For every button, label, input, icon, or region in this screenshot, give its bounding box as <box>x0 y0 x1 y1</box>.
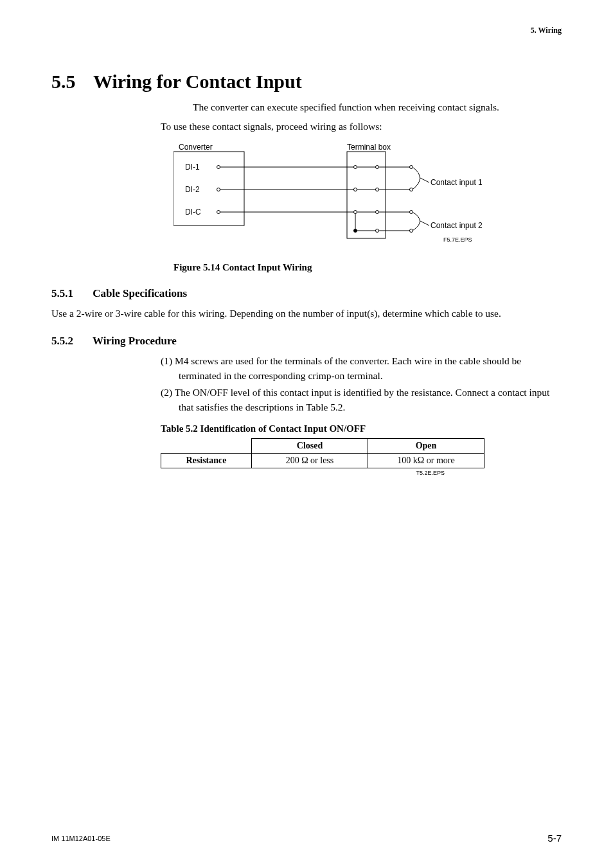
subsection-title-1: Cable Specifications <box>93 287 187 299</box>
subsection-number-1: 5.5.1 <box>51 287 90 300</box>
tbox-l1 <box>354 166 357 169</box>
tbox-r3 <box>376 211 379 214</box>
c2-bot <box>410 229 413 233</box>
terminal-di1 <box>217 166 220 169</box>
di1-label: DI-1 <box>185 163 200 172</box>
terminal-box <box>347 152 386 238</box>
contact-input-wiring-diagram: Converter DI-1 DI-2 DI-C Terminal box <box>173 144 495 253</box>
subsection-cable-spec: 5.5.1 Cable Specifications <box>51 287 562 300</box>
footer-doc-id: IM 11M12A01-05E <box>51 835 111 842</box>
intro-paragraph-indented: The converter can execute specified func… <box>193 102 562 113</box>
page-header-chapter: 5. Wiring <box>531 26 562 35</box>
terminal-dic <box>217 211 220 214</box>
contact-2-leader <box>420 221 429 226</box>
figure-caption: Figure 5.14 Contact Input Wiring <box>173 262 562 273</box>
col-closed: Closed <box>252 439 368 454</box>
cable-spec-paragraph: Use a 2-wire or 3-wire cable for this wi… <box>51 306 562 321</box>
table-header-row: Closed Open <box>161 439 484 454</box>
page: 5. Wiring 5.5 Wiring for Contact Input T… <box>0 0 613 868</box>
contact-2-label: Contact input 2 <box>431 221 483 230</box>
converter-label: Converter <box>179 144 213 152</box>
subsection-number-2: 5.5.2 <box>51 335 90 348</box>
figure-diagram: Converter DI-1 DI-2 DI-C Terminal box <box>173 144 562 256</box>
converter-box <box>173 152 244 226</box>
tbox-l4-junction <box>354 229 357 233</box>
dic-label: DI-C <box>185 208 201 217</box>
c1-top <box>410 166 413 169</box>
c2-top <box>410 211 413 214</box>
tbox-l2 <box>354 188 357 191</box>
terminal-di2 <box>217 188 220 191</box>
contact-1-leader <box>420 178 429 182</box>
contact-2-arc <box>413 212 420 231</box>
procedure-item-1: (1) M4 screws are used for the terminals… <box>161 354 562 383</box>
identification-table: Closed Open Resistance 200 Ω or less 100… <box>161 438 484 468</box>
figure-eps-note: F5.7E.EPS <box>443 236 472 243</box>
table-row: Resistance 200 Ω or less 100 kΩ or more <box>161 454 484 468</box>
procedure-item-2: (2) The ON/OFF level of this contact inp… <box>161 385 562 414</box>
row-label-resistance: Resistance <box>161 454 252 468</box>
terminal-box-label: Terminal box <box>347 144 391 152</box>
procedure-item-2-text: (2) The ON/OFF level of this contact inp… <box>161 385 562 414</box>
di2-label: DI-2 <box>185 185 200 194</box>
section-title: 5.5 Wiring for Contact Input <box>51 71 562 93</box>
intro-paragraph: To use these contact signals, proceed wi… <box>161 121 562 132</box>
section-number: 5.5 <box>51 71 89 93</box>
table-eps-note: T5.2E.EPS <box>161 470 445 476</box>
tbox-r1 <box>376 166 379 169</box>
cell-closed-value: 200 Ω or less <box>252 454 368 468</box>
table-caption: Table 5.2 Identification of Contact Inpu… <box>161 423 562 434</box>
tbox-r4 <box>376 229 379 233</box>
tbox-l3 <box>354 211 357 214</box>
footer-page-number: 5-7 <box>547 833 562 844</box>
contact-1-label: Contact input 1 <box>431 178 483 187</box>
table-corner-empty <box>161 439 252 454</box>
subsection-wiring-proc: 5.5.2 Wiring Procedure <box>51 335 562 348</box>
tbox-r2 <box>376 188 379 191</box>
procedure-item-1-text: (1) M4 screws are used for the terminals… <box>161 354 562 383</box>
col-open: Open <box>368 439 484 454</box>
subsection-title-2: Wiring Procedure <box>93 335 177 347</box>
c1-bot <box>410 188 413 191</box>
section-title-text: Wiring for Contact Input <box>93 71 302 92</box>
contact-1-arc <box>413 167 420 190</box>
cell-open-value: 100 kΩ or more <box>368 454 484 468</box>
